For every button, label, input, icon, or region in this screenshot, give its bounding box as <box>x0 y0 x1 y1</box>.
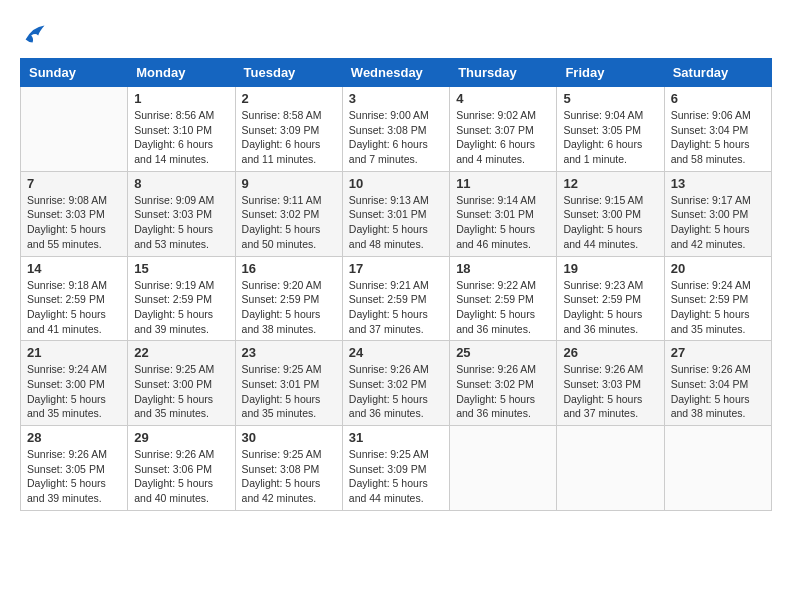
calendar-day-cell: 12Sunrise: 9:15 AM Sunset: 3:00 PM Dayli… <box>557 171 664 256</box>
calendar-day-cell: 9Sunrise: 9:11 AM Sunset: 3:02 PM Daylig… <box>235 171 342 256</box>
day-number: 24 <box>349 345 443 360</box>
weekday-header-cell: Saturday <box>664 59 771 87</box>
calendar-day-cell: 1Sunrise: 8:56 AM Sunset: 3:10 PM Daylig… <box>128 87 235 172</box>
day-info: Sunrise: 9:26 AM Sunset: 3:06 PM Dayligh… <box>134 447 228 506</box>
day-number: 15 <box>134 261 228 276</box>
calendar-day-cell: 24Sunrise: 9:26 AM Sunset: 3:02 PM Dayli… <box>342 341 449 426</box>
day-info: Sunrise: 9:08 AM Sunset: 3:03 PM Dayligh… <box>27 193 121 252</box>
day-info: Sunrise: 9:26 AM Sunset: 3:02 PM Dayligh… <box>456 362 550 421</box>
calendar-day-cell: 21Sunrise: 9:24 AM Sunset: 3:00 PM Dayli… <box>21 341 128 426</box>
calendar-day-cell: 19Sunrise: 9:23 AM Sunset: 2:59 PM Dayli… <box>557 256 664 341</box>
day-number: 20 <box>671 261 765 276</box>
day-number: 31 <box>349 430 443 445</box>
calendar-week-row: 14Sunrise: 9:18 AM Sunset: 2:59 PM Dayli… <box>21 256 772 341</box>
day-info: Sunrise: 9:02 AM Sunset: 3:07 PM Dayligh… <box>456 108 550 167</box>
day-info: Sunrise: 8:58 AM Sunset: 3:09 PM Dayligh… <box>242 108 336 167</box>
day-info: Sunrise: 9:00 AM Sunset: 3:08 PM Dayligh… <box>349 108 443 167</box>
calendar-day-cell: 26Sunrise: 9:26 AM Sunset: 3:03 PM Dayli… <box>557 341 664 426</box>
weekday-header-cell: Friday <box>557 59 664 87</box>
calendar-day-cell <box>557 426 664 511</box>
calendar-week-row: 7Sunrise: 9:08 AM Sunset: 3:03 PM Daylig… <box>21 171 772 256</box>
day-info: Sunrise: 9:19 AM Sunset: 2:59 PM Dayligh… <box>134 278 228 337</box>
day-number: 12 <box>563 176 657 191</box>
day-number: 14 <box>27 261 121 276</box>
calendar-day-cell: 17Sunrise: 9:21 AM Sunset: 2:59 PM Dayli… <box>342 256 449 341</box>
day-number: 27 <box>671 345 765 360</box>
calendar-day-cell: 11Sunrise: 9:14 AM Sunset: 3:01 PM Dayli… <box>450 171 557 256</box>
calendar-day-cell: 10Sunrise: 9:13 AM Sunset: 3:01 PM Dayli… <box>342 171 449 256</box>
day-number: 6 <box>671 91 765 106</box>
day-info: Sunrise: 9:25 AM Sunset: 3:09 PM Dayligh… <box>349 447 443 506</box>
logo <box>20 20 52 48</box>
day-info: Sunrise: 9:25 AM Sunset: 3:08 PM Dayligh… <box>242 447 336 506</box>
weekday-header-cell: Tuesday <box>235 59 342 87</box>
day-number: 11 <box>456 176 550 191</box>
calendar-day-cell: 27Sunrise: 9:26 AM Sunset: 3:04 PM Dayli… <box>664 341 771 426</box>
day-number: 9 <box>242 176 336 191</box>
day-number: 1 <box>134 91 228 106</box>
calendar-day-cell: 3Sunrise: 9:00 AM Sunset: 3:08 PM Daylig… <box>342 87 449 172</box>
day-number: 4 <box>456 91 550 106</box>
day-info: Sunrise: 9:20 AM Sunset: 2:59 PM Dayligh… <box>242 278 336 337</box>
calendar-day-cell: 20Sunrise: 9:24 AM Sunset: 2:59 PM Dayli… <box>664 256 771 341</box>
day-number: 25 <box>456 345 550 360</box>
calendar-day-cell: 2Sunrise: 8:58 AM Sunset: 3:09 PM Daylig… <box>235 87 342 172</box>
calendar-day-cell: 4Sunrise: 9:02 AM Sunset: 3:07 PM Daylig… <box>450 87 557 172</box>
calendar-day-cell: 13Sunrise: 9:17 AM Sunset: 3:00 PM Dayli… <box>664 171 771 256</box>
day-info: Sunrise: 9:04 AM Sunset: 3:05 PM Dayligh… <box>563 108 657 167</box>
page-header <box>20 20 772 48</box>
weekday-header-cell: Thursday <box>450 59 557 87</box>
calendar-day-cell: 6Sunrise: 9:06 AM Sunset: 3:04 PM Daylig… <box>664 87 771 172</box>
calendar-day-cell: 25Sunrise: 9:26 AM Sunset: 3:02 PM Dayli… <box>450 341 557 426</box>
calendar-day-cell <box>664 426 771 511</box>
calendar-table: SundayMondayTuesdayWednesdayThursdayFrid… <box>20 58 772 511</box>
calendar-day-cell: 14Sunrise: 9:18 AM Sunset: 2:59 PM Dayli… <box>21 256 128 341</box>
calendar-day-cell: 5Sunrise: 9:04 AM Sunset: 3:05 PM Daylig… <box>557 87 664 172</box>
calendar-day-cell <box>450 426 557 511</box>
day-number: 28 <box>27 430 121 445</box>
calendar-week-row: 21Sunrise: 9:24 AM Sunset: 3:00 PM Dayli… <box>21 341 772 426</box>
calendar-day-cell: 16Sunrise: 9:20 AM Sunset: 2:59 PM Dayli… <box>235 256 342 341</box>
day-number: 22 <box>134 345 228 360</box>
day-info: Sunrise: 9:24 AM Sunset: 3:00 PM Dayligh… <box>27 362 121 421</box>
day-info: Sunrise: 9:06 AM Sunset: 3:04 PM Dayligh… <box>671 108 765 167</box>
calendar-day-cell: 31Sunrise: 9:25 AM Sunset: 3:09 PM Dayli… <box>342 426 449 511</box>
calendar-day-cell: 15Sunrise: 9:19 AM Sunset: 2:59 PM Dayli… <box>128 256 235 341</box>
calendar-day-cell <box>21 87 128 172</box>
weekday-header-cell: Monday <box>128 59 235 87</box>
calendar-day-cell: 29Sunrise: 9:26 AM Sunset: 3:06 PM Dayli… <box>128 426 235 511</box>
day-info: Sunrise: 9:26 AM Sunset: 3:04 PM Dayligh… <box>671 362 765 421</box>
day-info: Sunrise: 9:17 AM Sunset: 3:00 PM Dayligh… <box>671 193 765 252</box>
calendar-day-cell: 18Sunrise: 9:22 AM Sunset: 2:59 PM Dayli… <box>450 256 557 341</box>
weekday-header-cell: Wednesday <box>342 59 449 87</box>
day-number: 3 <box>349 91 443 106</box>
day-number: 26 <box>563 345 657 360</box>
calendar-day-cell: 8Sunrise: 9:09 AM Sunset: 3:03 PM Daylig… <box>128 171 235 256</box>
weekday-header-row: SundayMondayTuesdayWednesdayThursdayFrid… <box>21 59 772 87</box>
calendar-week-row: 28Sunrise: 9:26 AM Sunset: 3:05 PM Dayli… <box>21 426 772 511</box>
logo-icon <box>20 20 48 48</box>
day-number: 23 <box>242 345 336 360</box>
day-number: 8 <box>134 176 228 191</box>
day-number: 18 <box>456 261 550 276</box>
day-number: 7 <box>27 176 121 191</box>
day-info: Sunrise: 9:11 AM Sunset: 3:02 PM Dayligh… <box>242 193 336 252</box>
day-info: Sunrise: 9:26 AM Sunset: 3:05 PM Dayligh… <box>27 447 121 506</box>
day-info: Sunrise: 9:26 AM Sunset: 3:03 PM Dayligh… <box>563 362 657 421</box>
day-number: 13 <box>671 176 765 191</box>
day-info: Sunrise: 9:25 AM Sunset: 3:01 PM Dayligh… <box>242 362 336 421</box>
day-info: Sunrise: 9:14 AM Sunset: 3:01 PM Dayligh… <box>456 193 550 252</box>
day-info: Sunrise: 9:18 AM Sunset: 2:59 PM Dayligh… <box>27 278 121 337</box>
day-info: Sunrise: 8:56 AM Sunset: 3:10 PM Dayligh… <box>134 108 228 167</box>
day-info: Sunrise: 9:23 AM Sunset: 2:59 PM Dayligh… <box>563 278 657 337</box>
calendar-day-cell: 7Sunrise: 9:08 AM Sunset: 3:03 PM Daylig… <box>21 171 128 256</box>
weekday-header-cell: Sunday <box>21 59 128 87</box>
calendar-day-cell: 28Sunrise: 9:26 AM Sunset: 3:05 PM Dayli… <box>21 426 128 511</box>
day-info: Sunrise: 9:22 AM Sunset: 2:59 PM Dayligh… <box>456 278 550 337</box>
day-number: 10 <box>349 176 443 191</box>
day-number: 5 <box>563 91 657 106</box>
day-number: 30 <box>242 430 336 445</box>
day-number: 16 <box>242 261 336 276</box>
day-number: 21 <box>27 345 121 360</box>
calendar-week-row: 1Sunrise: 8:56 AM Sunset: 3:10 PM Daylig… <box>21 87 772 172</box>
